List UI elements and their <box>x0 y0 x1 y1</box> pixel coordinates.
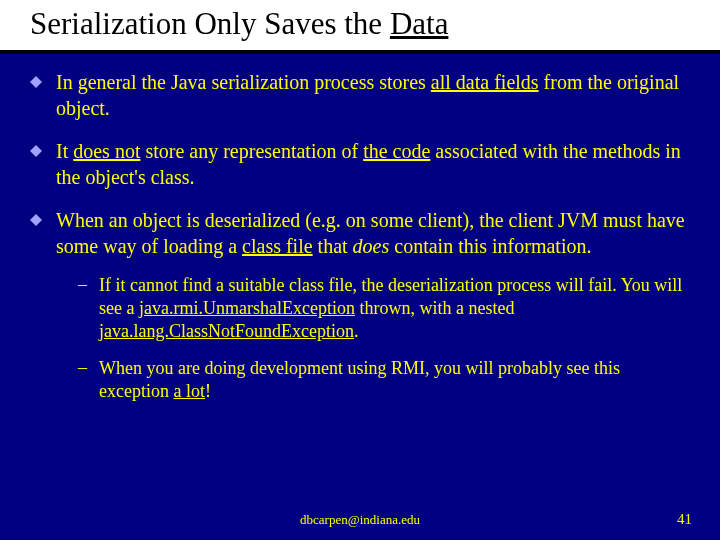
sub-bullet-text: When you are doing development using RMI… <box>99 357 692 403</box>
svg-marker-2 <box>30 214 42 226</box>
dash-bullet-icon: – <box>78 357 87 378</box>
svg-marker-0 <box>30 76 42 88</box>
bullet-item: When an object is deserialized (e.g. on … <box>28 208 692 259</box>
diamond-bullet-icon <box>30 214 42 226</box>
slide: Serialization Only Saves the Data In gen… <box>0 0 720 540</box>
bullet-item: It does not store any representation of … <box>28 139 692 190</box>
svg-marker-1 <box>30 145 42 157</box>
title-bar: Serialization Only Saves the Data <box>0 0 720 54</box>
bullet-text: It does not store any representation of … <box>56 139 692 190</box>
sub-bullet-item: – When you are doing development using R… <box>78 357 692 403</box>
diamond-bullet-icon <box>30 145 42 157</box>
bullet-text: When an object is deserialized (e.g. on … <box>56 208 692 259</box>
bullet-text: In general the Java serialization proces… <box>56 70 692 121</box>
sub-bullet-item: – If it cannot find a suitable class fil… <box>78 274 692 343</box>
page-number: 41 <box>677 511 692 528</box>
sub-bullet-list: – If it cannot find a suitable class fil… <box>78 274 692 403</box>
dash-bullet-icon: – <box>78 274 87 295</box>
diamond-bullet-icon <box>30 76 42 88</box>
slide-content: In general the Java serialization proces… <box>28 54 692 403</box>
title-text-underlined: Data <box>390 6 449 41</box>
sub-bullet-text: If it cannot find a suitable class file,… <box>99 274 692 343</box>
bullet-item: In general the Java serialization proces… <box>28 70 692 121</box>
slide-title: Serialization Only Saves the Data <box>28 0 692 50</box>
footer-text: dbcarpen@indiana.edu <box>0 512 720 528</box>
title-text-prefix: Serialization Only Saves the <box>30 6 390 41</box>
